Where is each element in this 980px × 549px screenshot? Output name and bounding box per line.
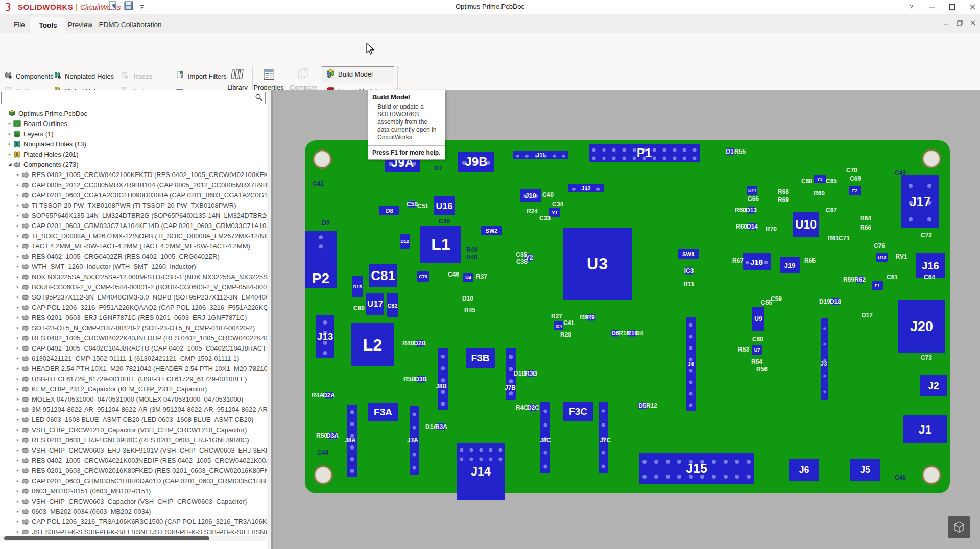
tree-node-board-outlines[interactable]: ▸Board Outlines <box>0 118 267 129</box>
expand-icon[interactable]: ▸ <box>15 376 20 381</box>
pcb-component-u17[interactable]: U17 <box>366 293 384 315</box>
button-build-model[interactable]: Build Model <box>326 68 373 80</box>
expand-icon[interactable]: ▸ <box>15 488 20 493</box>
pcb-component-j5[interactable]: J5 <box>850 459 880 481</box>
expand-icon[interactable]: ▸ <box>7 152 12 157</box>
expand-icon[interactable]: ▸ <box>15 458 20 463</box>
expand-icon[interactable]: ▸ <box>7 141 12 146</box>
expand-icon[interactable]: ▸ <box>15 498 20 504</box>
pcb-component-sw2[interactable]: SW2 <box>481 226 502 235</box>
expand-icon[interactable]: ▸ <box>15 335 20 340</box>
tree-component-item[interactable]: ▸RES 0402_1005_CRCW0402100KFKTD (RES 040… <box>0 169 267 180</box>
help-icon[interactable]: ? <box>906 3 916 12</box>
pcb-component-p1[interactable]: P1 <box>589 144 700 162</box>
tree-component-item[interactable]: ▸TI TSSOP-20 PW_TXB0108PWR (TI TSSOP-20 … <box>0 200 267 210</box>
tree-component-item[interactable]: ▸CAP 0201_0603_GRM033C71A104KE14D (CAP 0… <box>0 220 267 231</box>
pcb-component-f1[interactable]: F1 <box>872 281 883 290</box>
expand-icon[interactable]: ▸ <box>7 131 12 136</box>
pcb-component-f3c[interactable]: F3C <box>563 402 593 421</box>
expand-icon[interactable]: ▸ <box>15 182 20 187</box>
expand-icon[interactable]: ▸ <box>15 468 20 473</box>
tree-component-item[interactable]: ▸VSH_CHIP_CRCW0603_ERJ-3EKF9101V (VSH_CH… <box>0 445 267 455</box>
tree-component-item[interactable]: ▸CAP 0402_1005_C0402C104J8RACTU (CAP 040… <box>0 343 267 353</box>
qat-dropdown-icon[interactable] <box>139 2 145 11</box>
tree-component-item[interactable]: ▸WTH_SMT_1260_Inductor (WTH_SMT_1260_Ind… <box>0 261 267 271</box>
pcb-component-j16[interactable]: J16 <box>916 253 945 278</box>
expand-icon[interactable]: ▸ <box>15 294 20 300</box>
pcb-component-l2[interactable]: L2 <box>351 323 394 366</box>
pcb-pin-strip[interactable] <box>410 406 419 475</box>
pcb-component-j13[interactable]: J13 <box>316 315 334 358</box>
tree-component-item[interactable]: ▸KEM_CHIP_2312_Capacitor (KEM_CHIP_2312_… <box>0 384 267 394</box>
pcb-component-d8[interactable]: D8 <box>379 206 399 215</box>
tree-component-item[interactable]: ▸CAP 0201_0603_CGA1A2C0G1H090D030BA (CAP… <box>0 190 267 200</box>
expand-icon[interactable]: ▸ <box>15 325 20 330</box>
pcb-component-j18[interactable]: J18 <box>743 253 771 270</box>
pcb-component-y3[interactable]: Y3 <box>814 175 826 183</box>
pcb-pin-strip[interactable] <box>506 348 516 400</box>
tree-component-item[interactable]: ▸CAP POL 1206_3216_TR3A106K6R3C1500 (CAP… <box>0 516 267 527</box>
pcb-component-u3[interactable]: U3 <box>563 228 632 300</box>
tree-node-plated-holes-201[interactable]: ▸Plated Holes (201) <box>0 149 267 159</box>
tab-tools[interactable]: Tools <box>30 17 66 33</box>
doc-minimize-icon[interactable] <box>942 19 950 27</box>
pcb-component-d15[interactable]: D15 <box>352 276 363 297</box>
pcb-component-u13[interactable]: U13 <box>876 253 888 262</box>
pcb-component-p2[interactable]: P2 <box>305 231 337 288</box>
expand-icon[interactable]: ▸ <box>15 233 20 238</box>
tree-component-item[interactable]: ▸TI_SOIC_D0008A_LM2672MX-12/NOPB (TI_SOI… <box>0 231 267 241</box>
tab-preview[interactable]: Preview <box>62 17 98 32</box>
expand-icon[interactable]: ▸ <box>15 274 20 279</box>
open-icon[interactable] <box>108 1 118 12</box>
save-icon[interactable] <box>124 1 133 12</box>
tree-component-item[interactable]: ▸MOLEX 0470531000_0470531000 (MOLEX 0470… <box>0 394 267 404</box>
pcb-component-u9[interactable]: U9 <box>752 307 764 331</box>
tree-component-item[interactable]: ▸RES 0201_0603_ERJ-1GNF7871C (RES 0201_0… <box>0 312 267 322</box>
tree-component-item[interactable]: ▸JST S3B-PH-K-S S3B-PH-K-S(LF)(SN) (JST … <box>0 527 267 534</box>
tree-component-item[interactable]: ▸BOUR-CG0603-2_V_CMP-0584-00001-2 (BOUR-… <box>0 282 267 292</box>
pcb-pin-strip[interactable] <box>599 402 608 473</box>
tree-node-layers-1[interactable]: ▸Layers (1) <box>0 129 267 139</box>
tree-component-item[interactable]: ▸RES 0201_0603_ERJ-1GNF39R0C (RES 0201_0… <box>0 435 267 445</box>
expand-icon[interactable]: ▸ <box>15 396 20 402</box>
tree-component-item[interactable]: ▸USB-B FCI 61729_61729-0010BLF (USB-B FC… <box>0 373 267 384</box>
pcb-component-j12[interactable]: J12 <box>568 184 604 192</box>
pcb-pin-strip[interactable] <box>540 402 550 473</box>
tree-component-item[interactable]: ▸NDK NX3225SA_NX3225SA-12.000M-STD-CSR-1… <box>0 271 267 282</box>
tree-component-item[interactable]: ▸RES 0201_0603_CRCW02016K80FKED (RES 020… <box>0 465 267 476</box>
pcb-component-l1[interactable]: L1 <box>420 226 461 263</box>
expand-icon[interactable]: ▸ <box>15 529 20 534</box>
expand-icon[interactable]: ▸ <box>15 366 20 371</box>
collapse-icon[interactable]: ◢ <box>7 162 12 167</box>
pcb-component-j20[interactable]: J20 <box>898 300 945 353</box>
tree-component-item[interactable]: ▸61302421121_CMP-1502-01111-1 (613024211… <box>0 353 267 363</box>
pcb-pin-strip[interactable] <box>347 405 357 477</box>
pcb-component-u4[interactable]: U4 <box>463 273 473 282</box>
expand-icon[interactable]: ▸ <box>15 254 20 259</box>
horizontal-scrollbar-thumb[interactable] <box>4 536 209 540</box>
pcb-component-u11[interactable]: U11 <box>747 186 757 195</box>
pcb-component-f3a[interactable]: F3A <box>368 403 398 421</box>
expand-icon[interactable]: ▸ <box>15 223 20 228</box>
tree-component-item[interactable]: ▸RES 0402_1005_CRG0402ZR (RES 0402_1005_… <box>0 251 267 261</box>
expand-icon[interactable]: ▸ <box>15 315 20 320</box>
pcb-component-j6[interactable]: J6 <box>789 459 819 481</box>
expand-icon[interactable]: ▸ <box>15 437 20 442</box>
expand-icon[interactable]: ▸ <box>15 345 20 351</box>
tree-component-item[interactable]: ▸CAP 0805_2012_CC0805MRX7R9BB104 (CAP 08… <box>0 180 267 190</box>
pcb-component-y1[interactable]: Y1 <box>549 208 560 217</box>
tree-component-item[interactable]: ▸HEADER 2.54 PTH 10X1_M20-7821042 (HEADE… <box>0 363 267 373</box>
pcb-component-ic4[interactable]: IC4 <box>554 321 563 330</box>
button-properties[interactable]: Properties <box>252 67 285 93</box>
pcb-component-u7[interactable]: U7 <box>752 345 762 355</box>
expand-icon[interactable]: ▸ <box>15 284 20 289</box>
tree-node-components-273[interactable]: ◢Components (273) <box>0 159 267 169</box>
tree-component-item[interactable]: ▸0603_MB202-0034 (0603_MB202-0034) <box>0 506 267 516</box>
tree-component-item[interactable]: ▸SOT-23-OT5_N_CMP-0187-00420-2 (SOT-23-O… <box>0 322 267 333</box>
pcb-component-j9b[interactable]: J9B <box>458 152 494 172</box>
pcb-component-j14[interactable]: J14 <box>457 443 505 500</box>
minimize-icon[interactable] <box>927 3 936 12</box>
close-icon[interactable] <box>968 3 977 12</box>
button-library[interactable]: Library <box>221 67 254 93</box>
pcb-pin-strip[interactable] <box>821 318 828 400</box>
